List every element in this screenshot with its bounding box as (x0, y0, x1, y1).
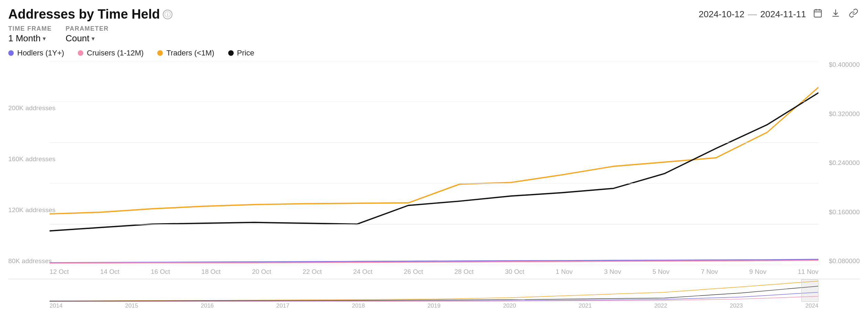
price-label: Price (237, 49, 254, 58)
y-left-80k: 80K addresses (8, 257, 50, 265)
link-icon[interactable] (847, 7, 860, 22)
parameter-select[interactable]: Count ▾ (65, 33, 109, 44)
x-label-6: 24 Oct (353, 268, 372, 276)
parameter-value: Count (65, 33, 89, 44)
legend-hodlers[interactable]: Hodlers (1Y+) (8, 49, 64, 58)
date-start: 2024-10-12 (699, 9, 744, 20)
timeframe-chevron: ▾ (43, 35, 46, 42)
calendar-icon[interactable] (812, 7, 824, 22)
y-right-040: $0.400000 (829, 61, 860, 69)
legend-row: Hodlers (1Y+) Cruisers (1-12M) Traders (… (8, 49, 860, 58)
controls-row: TIME FRAME 1 Month ▾ PARAMETER Count ▾ (8, 25, 860, 44)
title-area: Addresses by Time Held ⓘ (8, 7, 172, 22)
price-line (50, 93, 818, 231)
y-axis-right: $0.400000 $0.320000 $0.240000 $0.160000 … (818, 61, 860, 265)
x-label-1: 14 Oct (100, 268, 119, 276)
mini-x-2019: 2019 (427, 302, 441, 309)
mini-scroll-handle[interactable] (801, 279, 818, 302)
chart-inner (50, 61, 818, 265)
parameter-label: PARAMETER (65, 25, 109, 32)
hodlers-label: Hodlers (1Y+) (17, 49, 64, 58)
traders-dot (157, 50, 163, 56)
mini-chart-inner (50, 279, 818, 302)
mini-x-2024: 2024 (805, 302, 818, 309)
x-label-3: 18 Oct (201, 268, 221, 276)
parameter-control: PARAMETER Count ▾ (65, 25, 109, 44)
header-row: Addresses by Time Held ⓘ 2024-10-12 — 20… (8, 7, 860, 22)
traders-line (50, 87, 818, 214)
mini-x-2018: 2018 (352, 302, 365, 309)
date-separator: — (748, 9, 757, 20)
mini-x-axis: 2014 2015 2016 2017 2018 2019 2020 2021 … (50, 302, 818, 310)
legend-traders[interactable]: Traders (<1M) (157, 49, 214, 58)
timeframe-label: TIME FRAME (8, 25, 52, 32)
date-range: 2024-10-12 — 2024-11-11 (699, 9, 806, 20)
mini-x-2022: 2022 (654, 302, 667, 309)
x-label-14: 9 Nov (749, 268, 766, 276)
mini-x-2015: 2015 (125, 302, 138, 309)
mini-chart[interactable]: 2014 2015 2016 2017 2018 2019 2020 2021 … (8, 279, 860, 310)
hodlers-dot (8, 50, 14, 56)
grid-line-4 (50, 224, 818, 225)
x-label-8: 28 Oct (454, 268, 474, 276)
cruisers-label: Cruisers (1-12M) (87, 49, 144, 58)
grid-line-top (50, 61, 818, 61)
mini-chart-svg (50, 279, 818, 302)
legend-cruisers[interactable]: Cruisers (1-12M) (78, 49, 144, 58)
grid-line-3 (50, 183, 818, 184)
mini-x-2020: 2020 (503, 302, 516, 309)
traders-label: Traders (<1M) (166, 49, 214, 58)
timeframe-select[interactable]: 1 Month ▾ (8, 33, 52, 44)
x-label-13: 7 Nov (701, 268, 718, 276)
timeframe-value: 1 Month (8, 33, 41, 44)
x-label-4: 20 Oct (252, 268, 271, 276)
mini-x-2017: 2017 (276, 302, 289, 309)
mini-x-2014: 2014 (50, 302, 63, 309)
cruisers-dot (78, 50, 83, 56)
x-label-12: 5 Nov (653, 268, 670, 276)
header-right: 2024-10-12 — 2024-11-11 (699, 7, 860, 22)
main-chart: 200K addresses 160K addresses 120K addre… (8, 61, 860, 279)
svg-rect-0 (814, 10, 822, 17)
y-right-008: $0.080000 (829, 257, 860, 265)
x-label-2: 16 Oct (151, 268, 170, 276)
parameter-chevron: ▾ (92, 35, 95, 42)
y-right-024: $0.240000 (829, 159, 860, 167)
x-axis: 12 Oct 14 Oct 16 Oct 18 Oct 20 Oct 22 Oc… (50, 265, 818, 279)
x-label-11: 3 Nov (604, 268, 621, 276)
y-right-016: $0.160000 (829, 208, 860, 216)
price-dot (228, 50, 234, 56)
grid-line-2 (50, 143, 818, 143)
x-label-0: 12 Oct (50, 268, 69, 276)
page-title: Addresses by Time Held (8, 7, 160, 22)
x-label-15: 11 Nov (798, 268, 818, 276)
info-icon[interactable]: ⓘ (163, 10, 172, 19)
date-end: 2024-11-11 (760, 9, 806, 20)
y-left-160k: 160K addresses (8, 155, 50, 163)
x-label-5: 22 Oct (303, 268, 322, 276)
main-chart-svg (50, 61, 818, 265)
y-right-032: $0.320000 (829, 110, 860, 118)
x-label-7: 26 Oct (404, 268, 423, 276)
y-left-200k: 200K addresses (8, 104, 50, 112)
x-label-9: 30 Oct (505, 268, 524, 276)
main-container: Addresses by Time Held ⓘ 2024-10-12 — 20… (0, 0, 868, 310)
y-axis-left: 200K addresses 160K addresses 120K addre… (8, 61, 50, 265)
mini-x-2023: 2023 (730, 302, 743, 309)
grid-line-1 (50, 102, 818, 102)
legend-price[interactable]: Price (228, 49, 254, 58)
mini-x-2016: 2016 (201, 302, 214, 309)
timeframe-control: TIME FRAME 1 Month ▾ (8, 25, 52, 44)
chart-area: 200K addresses 160K addresses 120K addre… (8, 61, 860, 310)
x-label-10: 1 Nov (555, 268, 573, 276)
download-icon[interactable] (829, 7, 842, 22)
mini-x-2021: 2021 (579, 302, 592, 309)
y-left-120k: 120K addresses (8, 206, 50, 214)
